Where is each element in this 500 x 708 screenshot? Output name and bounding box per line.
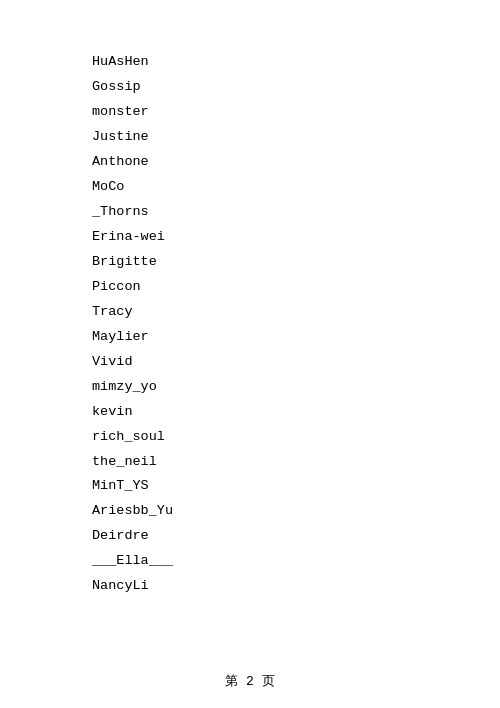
list-item: NancyLi <box>92 574 500 599</box>
list-item: Vivid <box>92 350 500 375</box>
list-item: Maylier <box>92 325 500 350</box>
list-item: MinT_YS <box>92 474 500 499</box>
list-item: Brigitte <box>92 250 500 275</box>
list-item: Ariesbb_Yu <box>92 499 500 524</box>
page-footer: 第 2 页 <box>0 672 500 690</box>
list-item: Tracy <box>92 300 500 325</box>
list-item: _Thorns <box>92 200 500 225</box>
page-number: 第 2 页 <box>225 674 274 689</box>
list-item: Anthone <box>92 150 500 175</box>
list-item: rich_soul <box>92 425 500 450</box>
list-item: ___Ella___ <box>92 549 500 574</box>
list-item: Deirdre <box>92 524 500 549</box>
list-item: HuAsHen <box>92 50 500 75</box>
list-item: the_neil <box>92 450 500 475</box>
list-item: MoCo <box>92 175 500 200</box>
list-item: Erina-wei <box>92 225 500 250</box>
name-list: HuAsHenGossipmonsterJustineAnthoneMoCo_T… <box>0 0 500 639</box>
list-item: kevin <box>92 400 500 425</box>
list-item: monster <box>92 100 500 125</box>
list-item: Justine <box>92 125 500 150</box>
list-item: mimzy_yo <box>92 375 500 400</box>
list-item: Piccon <box>92 275 500 300</box>
list-item: Gossip <box>92 75 500 100</box>
